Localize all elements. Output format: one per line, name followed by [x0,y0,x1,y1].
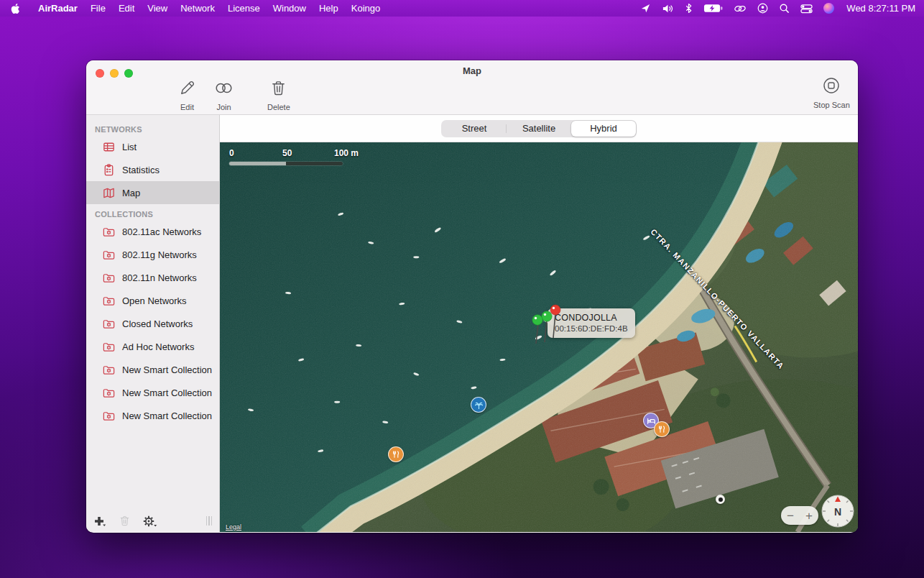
user-icon[interactable] [757,3,768,14]
sidebar-item-adhoc-networks[interactable]: Ad Hoc Networks [86,335,219,358]
menu-license[interactable]: License [221,3,267,14]
sidebar-item-open-networks[interactable]: Open Networks [86,289,219,312]
smart-folder-icon [102,409,116,423]
sidebar-item-smart-collection-2[interactable]: New Smart Collection [86,381,219,404]
smart-folder-icon [102,294,116,308]
apple-menu[interactable] [10,3,20,14]
pin-green [532,315,542,325]
menu-window[interactable]: Window [267,3,313,14]
restaurant-poi-icon[interactable] [388,446,404,462]
sidebar-item-80211n[interactable]: 802.11n Networks [86,266,219,289]
trash-icon [269,79,287,100]
control-center-icon[interactable] [800,4,813,14]
pin-green [542,311,552,321]
chain-links-icon [213,79,234,100]
smart-folder-icon [102,225,116,239]
map-zoom-control: − + [781,506,818,525]
airradar-window: Map Edit Join Delete Stop Scan NETWORKS … [86,60,858,533]
zoom-in-button[interactable]: + [800,506,818,525]
sidebar-footer [86,510,219,532]
stop-scan-button[interactable]: Stop Scan [813,76,850,109]
restaurant-poi-icon[interactable] [654,421,670,437]
segment-satellite[interactable]: Satellite [507,121,571,137]
network-mac-address: 00:15:6D:DE:FD:4B [555,324,628,333]
compass-n-label: N [834,506,841,518]
pencil-icon [178,79,196,100]
smart-folder-icon [102,363,116,377]
bluetooth-icon[interactable] [685,3,693,14]
sidebar-item-smart-collection-1[interactable]: New Smart Collection [86,358,219,381]
legal-link[interactable]: Legal [226,523,241,531]
sidebar-item-smart-collection-3[interactable]: New Smart Collection [86,404,219,427]
add-collection-button[interactable] [93,515,106,527]
menu-bar: AirRadar File Edit View Network License … [0,0,924,17]
segment-street[interactable]: Street [442,121,507,137]
menu-view[interactable]: View [141,3,174,14]
segment-hybrid[interactable]: Hybrid [571,121,636,137]
network-name: CONDOJOLLA [555,313,628,323]
map-mode-bar: Street Satellite Hybrid [220,115,858,142]
smart-folder-icon [102,317,116,331]
sidebar-resize-grip[interactable] [206,516,213,526]
zoom-out-button[interactable]: − [781,506,800,525]
map-type-segmented-control: Street Satellite Hybrid [441,120,637,137]
clipboard-icon [102,163,116,177]
sidebar: NETWORKS List Statistics Map COLLECTIONS… [86,115,220,532]
generic-poi-dot[interactable] [716,495,725,504]
stop-scan-icon [822,76,841,98]
battery-icon[interactable] [703,4,723,13]
menu-koingo[interactable]: Koingo [345,3,387,14]
delete-collection-button[interactable] [119,515,131,527]
menu-network[interactable]: Network [174,3,221,14]
smart-folder-icon [102,386,116,400]
beach-poi-icon[interactable] [471,397,486,413]
map-canvas[interactable]: 0 50 100 m CTRA. MANZANILLO-PUERTO VALLA… [220,142,858,532]
sidebar-item-80211ac[interactable]: 802.11ac Networks [86,220,219,243]
smart-folder-icon [102,248,116,262]
menu-edit[interactable]: Edit [112,3,141,14]
smart-folder-icon [102,340,116,354]
menu-file[interactable]: File [84,3,112,14]
window-title: Map [86,65,858,76]
hotspot-link-icon[interactable] [734,4,747,13]
smart-folder-icon [102,271,116,285]
sidebar-item-list[interactable]: List [86,135,219,158]
delete-button[interactable]: Delete [267,79,290,111]
section-title-collections: COLLECTIONS [95,210,219,219]
section-title-networks: NETWORKS [95,125,219,134]
map-scale-bar: 0 50 100 m [229,148,351,165]
table-icon [102,140,116,154]
action-gear-button[interactable] [143,515,157,527]
sidebar-item-closed-networks[interactable]: Closed Networks [86,312,219,335]
menu-help[interactable]: Help [313,3,345,14]
search-icon[interactable] [779,3,790,14]
title-bar[interactable]: Map Edit Join Delete Stop Scan [86,60,858,115]
network-pins[interactable] [527,302,563,348]
sidebar-item-80211g[interactable]: 802.11g Networks [86,243,219,266]
location-icon[interactable] [640,3,651,14]
volume-icon[interactable] [662,4,674,14]
siri-icon[interactable] [823,3,834,14]
compass-control[interactable]: N [821,495,854,528]
sidebar-item-statistics[interactable]: Statistics [86,158,219,181]
menu-app-name[interactable]: AirRadar [32,3,84,14]
join-button[interactable]: Join [213,79,234,111]
menu-clock[interactable]: Wed 8:27:11 PM [846,3,915,14]
sidebar-item-map[interactable]: Map [86,181,219,204]
map-icon [102,186,116,200]
edit-button[interactable]: Edit [178,79,196,111]
pin-red [550,305,560,315]
